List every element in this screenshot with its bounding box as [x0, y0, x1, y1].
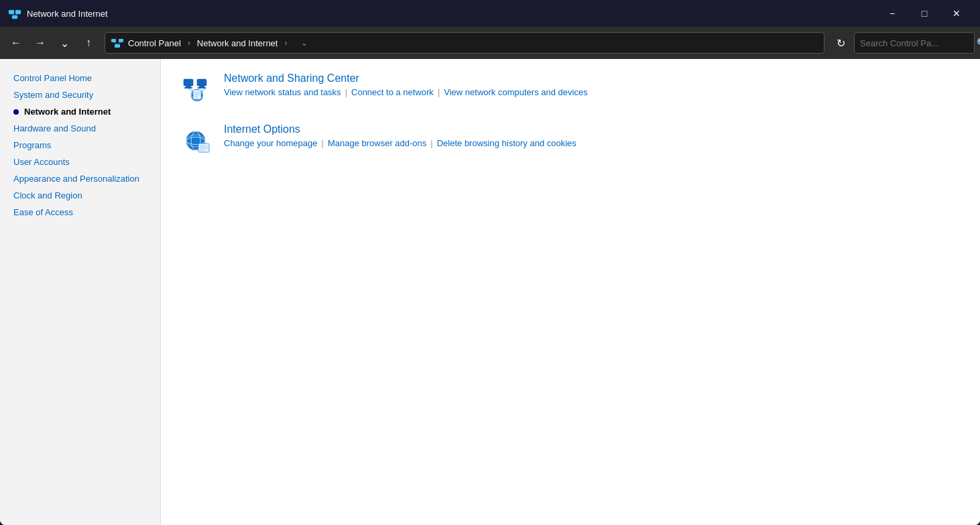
svg-line-8 — [114, 42, 118, 44]
breadcrumb-sep2: › — [284, 38, 287, 48]
restore-button[interactable]: □ — [909, 3, 940, 24]
address-bar[interactable]: Control Panel › Network and Internet › ⌄ — [105, 32, 824, 54]
dropdown-button[interactable]: ⌄ — [54, 32, 75, 54]
sidebar-label-network-internet[interactable]: Network and Internet — [24, 107, 111, 117]
network-sharing-icon — [181, 72, 213, 105]
sidebar-link-control-panel-home[interactable]: Control Panel Home — [13, 73, 92, 83]
svg-line-9 — [117, 42, 121, 44]
search-icon: 🔍 — [977, 38, 980, 48]
change-homepage-link[interactable]: Change your homepage — [224, 138, 318, 148]
svg-rect-1 — [15, 10, 21, 14]
breadcrumb-part2[interactable]: Network and Internet — [197, 38, 278, 48]
sidebar-item-system-security[interactable]: System and Security — [0, 86, 160, 103]
active-bullet — [13, 109, 19, 115]
search-box[interactable]: 🔍 — [854, 32, 975, 54]
network-sharing-title[interactable]: Network and Sharing Center — [224, 72, 588, 84]
internet-options-icon — [181, 123, 213, 156]
forward-button[interactable]: → — [29, 32, 51, 54]
sidebar: Control Panel Home System and Security N… — [0, 59, 161, 525]
network-sharing-links: View network status and tasks | Connect … — [224, 87, 588, 97]
svg-line-4 — [15, 14, 18, 15]
sidebar-item-user-accounts[interactable]: User Accounts — [0, 154, 160, 170]
sidebar-link-clock-region[interactable]: Clock and Region — [13, 190, 82, 200]
search-input[interactable] — [860, 38, 973, 48]
svg-rect-10 — [184, 79, 193, 86]
view-network-computers-link[interactable]: View network computers and devices — [444, 87, 587, 97]
internet-options-title[interactable]: Internet Options — [224, 123, 576, 135]
navigation-bar: ← → ⌄ ↑ Control Panel › Network and Inte… — [0, 27, 980, 59]
window-title: Network and Internet — [27, 9, 877, 19]
sidebar-link-hardware-sound[interactable]: Hardware and Sound — [13, 123, 96, 133]
sidebar-item-network-internet[interactable]: Network and Internet — [0, 103, 160, 120]
svg-rect-15 — [198, 87, 206, 89]
sidebar-item-clock-region[interactable]: Clock and Region — [0, 187, 160, 204]
main-window: Control Panel Home System and Security N… — [0, 59, 980, 525]
refresh-button[interactable]: ↻ — [830, 32, 851, 54]
content-area: Network and Sharing Center View network … — [161, 59, 980, 525]
sidebar-item-hardware-sound[interactable]: Hardware and Sound — [0, 120, 160, 137]
breadcrumb-sep1: › — [188, 38, 190, 48]
address-bar-icon — [111, 36, 124, 50]
sidebar-item-appearance[interactable]: Appearance and Personalization — [0, 170, 160, 187]
sidebar-item-ease-access[interactable]: Ease of Access — [0, 204, 160, 221]
sidebar-item-programs[interactable]: Programs — [0, 137, 160, 154]
svg-rect-6 — [119, 39, 123, 42]
svg-rect-11 — [186, 86, 191, 87]
connect-to-network-link[interactable]: Connect to a network — [351, 87, 434, 97]
network-sharing-info: Network and Sharing Center View network … — [224, 72, 588, 97]
sidebar-link-appearance[interactable]: Appearance and Personalization — [13, 174, 139, 184]
svg-rect-5 — [111, 39, 116, 42]
title-bar: Network and Internet − □ ✕ — [0, 0, 980, 27]
svg-line-3 — [11, 14, 15, 15]
view-network-status-link[interactable]: View network status and tasks — [224, 87, 341, 97]
sidebar-item-control-panel-home[interactable]: Control Panel Home — [0, 70, 160, 86]
manage-addons-link[interactable]: Manage browser add-ons — [328, 138, 426, 148]
close-button[interactable]: ✕ — [941, 3, 972, 24]
breadcrumb-part1[interactable]: Control Panel — [128, 38, 181, 48]
delete-browsing-history-link[interactable]: Delete browsing history and cookies — [437, 138, 576, 148]
window-icon — [8, 7, 21, 20]
category-internet-options: Internet Options Change your homepage | … — [181, 123, 960, 156]
svg-rect-0 — [9, 10, 14, 14]
back-button[interactable]: ← — [5, 32, 27, 54]
internet-options-links: Change your homepage | Manage browser ad… — [224, 138, 576, 148]
up-button[interactable]: ↑ — [78, 32, 99, 54]
svg-rect-2 — [12, 15, 17, 19]
sidebar-link-system-security[interactable]: System and Security — [13, 90, 93, 100]
address-dropdown-button[interactable]: ⌄ — [294, 32, 315, 54]
svg-rect-14 — [199, 86, 204, 87]
sidebar-link-user-accounts[interactable]: User Accounts — [13, 157, 70, 167]
sidebar-link-programs[interactable]: Programs — [13, 140, 51, 150]
sidebar-link-ease-access[interactable]: Ease of Access — [13, 207, 73, 217]
svg-rect-7 — [115, 44, 120, 48]
svg-rect-13 — [197, 79, 206, 86]
svg-rect-12 — [184, 87, 192, 89]
category-network-sharing: Network and Sharing Center View network … — [181, 72, 960, 105]
window-controls: − □ ✕ — [877, 3, 972, 24]
internet-options-info: Internet Options Change your homepage | … — [224, 123, 576, 148]
minimize-button[interactable]: − — [877, 3, 908, 24]
